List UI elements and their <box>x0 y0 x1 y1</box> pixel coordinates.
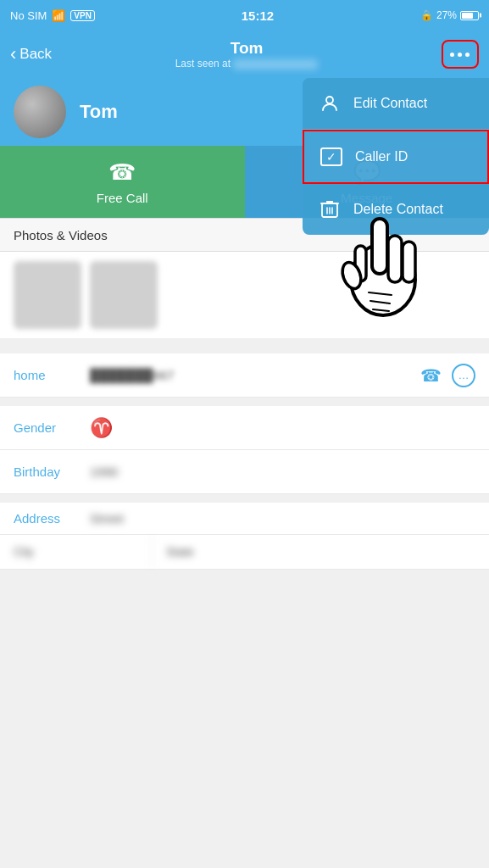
dot-icon <box>458 53 462 57</box>
status-left: No SIM 📶 VPN <box>10 9 95 22</box>
edit-contact-label: Edit Contact <box>353 96 427 111</box>
battery-icon <box>460 11 479 20</box>
more-options-button[interactable] <box>442 40 479 69</box>
section-divider <box>0 494 489 503</box>
section-divider <box>0 398 489 406</box>
call-icon: ☎ <box>108 159 136 186</box>
wifi-icon: 📶 <box>52 9 65 22</box>
back-arrow-icon: ‹ <box>10 45 16 64</box>
call-label: Free Call <box>97 191 148 205</box>
contact-icon <box>318 92 342 115</box>
vpn-badge: VPN <box>70 10 95 21</box>
lock-icon: 🔒 <box>420 9 433 21</box>
delete-contact-item[interactable]: Delete Contact <box>303 184 489 235</box>
caller-id-item[interactable]: ✓ Caller ID <box>303 130 489 184</box>
carrier-label: No SIM <box>10 9 47 22</box>
dot-icon <box>450 53 454 57</box>
gender-icon: ♈ <box>90 417 113 439</box>
address-sub-row: City State <box>0 535 489 570</box>
call-phone-icon[interactable]: ☎ <box>420 365 442 386</box>
gender-label: Gender <box>14 420 90 435</box>
dropdown-menu: Edit Contact ✓ Caller ID Delete Contact <box>303 78 489 235</box>
back-label: Back <box>19 46 52 63</box>
nav-subtitle: Last seen at <box>175 58 319 70</box>
phone-info-section: home ███████667 ☎ … <box>0 353 489 398</box>
gender-row: Gender ♈ <box>0 406 489 450</box>
nav-title-area: Tom Last seen at <box>175 39 319 70</box>
nav-bar: ‹ Back Tom Last seen at <box>0 31 489 78</box>
free-call-button[interactable]: ☎ Free Call <box>0 146 245 218</box>
status-bar: No SIM 📶 VPN 15:12 🔒 27% <box>0 0 489 31</box>
phone-row: home ███████667 ☎ … <box>0 353 489 398</box>
nav-title: Tom <box>231 39 264 58</box>
photo-thumbnail <box>14 261 81 329</box>
photos-label: Photos & Videos <box>14 228 108 242</box>
caller-id-label: Caller ID <box>355 149 408 164</box>
gender-birthday-section: Gender ♈ Birthday 1990 <box>0 406 489 494</box>
back-button[interactable]: ‹ Back <box>10 45 52 64</box>
address-section: Address Street City State <box>0 503 489 570</box>
phone-number: ███████667 <box>90 368 410 382</box>
address-state: State <box>153 535 489 569</box>
status-right: 🔒 27% <box>420 9 479 21</box>
edit-contact-item[interactable]: Edit Contact <box>303 78 489 130</box>
address-street: Street <box>90 511 475 526</box>
birthday-value: 1990 <box>90 465 475 479</box>
birthday-row: Birthday 1990 <box>0 450 489 494</box>
caller-id-icon: ✓ <box>320 145 343 169</box>
avatar <box>14 86 66 138</box>
svg-point-0 <box>326 97 333 103</box>
photo-thumbnail <box>90 261 158 329</box>
trash-icon <box>318 198 342 221</box>
address-label-row: Address Street <box>0 503 489 535</box>
address-label: Address <box>14 511 90 526</box>
battery-percent: 27% <box>436 9 457 21</box>
phone-display: ███████667 ☎ … <box>90 364 475 387</box>
delete-contact-label: Delete Contact <box>353 202 443 217</box>
address-city: City <box>0 535 153 569</box>
profile-name: Tom <box>80 101 118 123</box>
photos-area <box>0 252 489 345</box>
phone-label: home <box>14 368 90 382</box>
chat-bubble-icon[interactable]: … <box>452 364 475 387</box>
birthday-label: Birthday <box>14 465 90 479</box>
section-divider <box>0 345 489 353</box>
dot-icon <box>465 53 470 57</box>
status-time: 15:12 <box>242 8 274 23</box>
